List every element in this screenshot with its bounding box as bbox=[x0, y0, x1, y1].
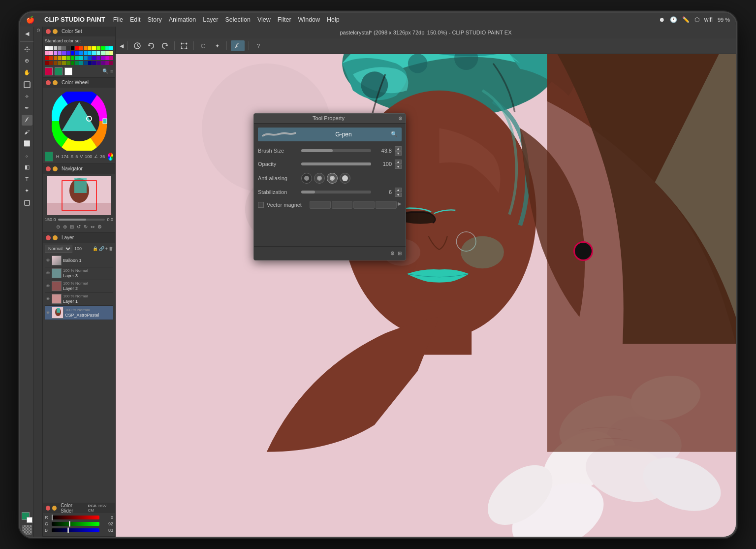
swatch[interactable] bbox=[109, 61, 113, 65]
stab-up[interactable]: ▲ bbox=[395, 188, 402, 192]
collapse-panels-btn[interactable]: ◀ bbox=[120, 43, 124, 49]
lasso-tool[interactable]: ⟡ bbox=[22, 91, 32, 102]
select-tool[interactable] bbox=[22, 79, 32, 90]
stab-slider[interactable] bbox=[301, 191, 371, 194]
brush-size-down[interactable]: ▼ bbox=[395, 151, 402, 156]
dialog-more-icon[interactable]: ⊞ bbox=[398, 251, 402, 256]
swatch[interactable] bbox=[84, 51, 88, 55]
swatch[interactable] bbox=[49, 51, 53, 55]
swatch[interactable] bbox=[75, 51, 79, 55]
lasso-icon[interactable]: ⬡ bbox=[198, 40, 209, 51]
swatch[interactable] bbox=[92, 61, 96, 65]
layer-row[interactable]: 👁 100 % Normal Layer 3 bbox=[45, 267, 113, 280]
swatch[interactable] bbox=[66, 46, 70, 50]
apple-logo[interactable]: 🍎 bbox=[26, 16, 34, 24]
swatch[interactable] bbox=[75, 56, 79, 60]
vm-seg4[interactable] bbox=[376, 201, 397, 209]
swatch[interactable] bbox=[58, 61, 62, 65]
layer-close[interactable] bbox=[46, 235, 51, 240]
magic-wand-icon[interactable]: ✦ bbox=[212, 40, 222, 51]
vector-magnet-checkbox[interactable] bbox=[258, 202, 264, 208]
swatch[interactable] bbox=[71, 56, 75, 60]
swatch[interactable] bbox=[84, 56, 88, 60]
navigator-preview[interactable] bbox=[47, 176, 111, 215]
opacity-slider[interactable] bbox=[301, 162, 371, 165]
aa-low[interactable] bbox=[314, 173, 325, 184]
brush-tool[interactable]: 🖌 bbox=[22, 127, 32, 137]
layer-eye[interactable]: 👁 bbox=[46, 284, 50, 289]
vm-seg1[interactable] bbox=[310, 201, 331, 209]
aa-none[interactable] bbox=[301, 173, 312, 184]
vm-seg3[interactable] bbox=[353, 201, 375, 209]
layer-eye[interactable]: 👁 bbox=[46, 271, 50, 276]
undo-icon[interactable] bbox=[146, 40, 157, 51]
nav-zoom-out[interactable]: ⊖ bbox=[55, 223, 61, 230]
swatch[interactable] bbox=[71, 51, 75, 55]
menu-help[interactable]: Help bbox=[327, 16, 340, 23]
dialog-settings-icon[interactable]: ⚙ bbox=[390, 251, 395, 256]
hue-selector[interactable] bbox=[108, 153, 113, 161]
swatch[interactable] bbox=[105, 46, 109, 50]
redo-icon[interactable] bbox=[159, 40, 170, 51]
swatch[interactable] bbox=[75, 61, 79, 65]
swatch[interactable] bbox=[62, 46, 66, 50]
swatch[interactable] bbox=[84, 61, 88, 65]
swatch[interactable] bbox=[75, 46, 79, 50]
pen-tool[interactable] bbox=[22, 115, 32, 126]
color-options[interactable]: ≡ bbox=[110, 68, 113, 74]
swatch[interactable] bbox=[96, 56, 100, 60]
blend-mode-select[interactable]: Normal bbox=[45, 245, 72, 253]
menu-animation[interactable]: Animation bbox=[169, 16, 196, 23]
brush-size-up[interactable]: ▲ bbox=[395, 146, 402, 151]
color-slider-close[interactable] bbox=[46, 506, 50, 511]
swatch[interactable] bbox=[62, 51, 66, 55]
color-wheel-close[interactable] bbox=[46, 80, 51, 85]
swatch[interactable] bbox=[66, 56, 70, 60]
delete-layer-icon[interactable]: 🗑 bbox=[109, 246, 113, 251]
swatch[interactable] bbox=[58, 56, 62, 60]
menu-selection[interactable]: Selection bbox=[225, 16, 251, 23]
menu-edit[interactable]: Edit bbox=[130, 16, 141, 23]
swatch[interactable] bbox=[71, 61, 75, 65]
nav-tools[interactable]: ⚙ bbox=[96, 223, 103, 230]
swatch[interactable] bbox=[62, 56, 66, 60]
background-color[interactable] bbox=[55, 67, 63, 75]
help-icon[interactable]: ? bbox=[253, 40, 264, 51]
foreground-color[interactable] bbox=[45, 67, 53, 75]
menu-view[interactable]: View bbox=[257, 16, 271, 23]
shape-tool[interactable] bbox=[22, 197, 32, 208]
history-icon[interactable] bbox=[132, 40, 143, 51]
swatch[interactable] bbox=[45, 56, 49, 60]
swatch[interactable] bbox=[96, 51, 100, 55]
swatch[interactable] bbox=[101, 56, 105, 60]
nav-fit[interactable]: ⊞ bbox=[69, 223, 75, 230]
swatch[interactable] bbox=[105, 61, 109, 65]
swatch[interactable] bbox=[101, 61, 105, 65]
swatch[interactable] bbox=[49, 46, 53, 50]
nav-rotate-right[interactable]: ↻ bbox=[83, 223, 89, 230]
swatch[interactable] bbox=[88, 61, 92, 65]
color-preview[interactable] bbox=[45, 152, 53, 161]
gradient-tool[interactable]: ◧ bbox=[22, 162, 32, 173]
swatch[interactable] bbox=[92, 56, 96, 60]
nav-rotate-left[interactable]: ↺ bbox=[76, 223, 82, 230]
color-slider-min[interactable] bbox=[52, 506, 57, 511]
swatch[interactable] bbox=[54, 46, 58, 50]
swatch[interactable] bbox=[92, 51, 96, 55]
opacity-down[interactable]: ▼ bbox=[395, 164, 402, 169]
swatch[interactable] bbox=[88, 56, 92, 60]
swatch[interactable] bbox=[109, 51, 113, 55]
color-wheel-min[interactable] bbox=[53, 80, 58, 85]
lock-icon[interactable]: 🔒 bbox=[93, 246, 98, 251]
opacity-stepper[interactable]: ▲ ▼ bbox=[395, 160, 402, 169]
dialog-titlebar[interactable]: Tool Property ⚙ bbox=[254, 114, 406, 124]
swatch[interactable] bbox=[79, 61, 83, 65]
vm-seg2[interactable] bbox=[332, 201, 353, 209]
r-slider[interactable] bbox=[52, 516, 99, 519]
nav-zoom-slider[interactable] bbox=[58, 219, 105, 221]
swatch[interactable] bbox=[45, 51, 49, 55]
layer-eye[interactable]: 👁 bbox=[46, 258, 50, 263]
swatch[interactable] bbox=[62, 61, 66, 65]
swatch[interactable] bbox=[54, 61, 58, 65]
zoom-tool[interactable]: ⊕ bbox=[22, 56, 32, 66]
